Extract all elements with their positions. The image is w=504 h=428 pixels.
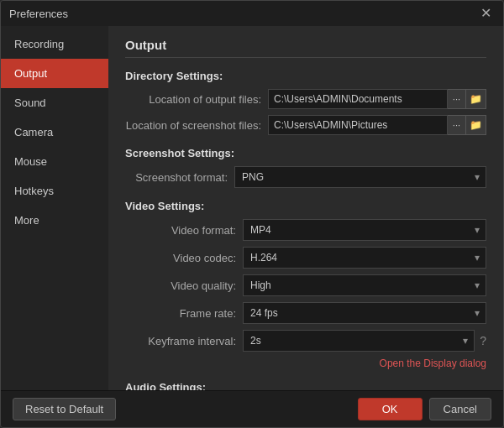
keyframe-help-icon[interactable]: ? [480, 334, 486, 347]
screenshot-format-row: Screenshot format: PNG [125, 166, 486, 188]
video-format-row: Video format: MP4 [125, 219, 486, 241]
output-folder-button[interactable]: 📁 [466, 89, 486, 109]
keyframe-select-wrap: 2s [243, 330, 475, 352]
video-quality-row: Video quality: High [125, 274, 486, 296]
video-settings-title: Video Settings: [125, 200, 486, 212]
video-codec-row: Video codec: H.264 [125, 247, 486, 269]
screenshot-files-label: Location of screenshot files: [125, 119, 268, 132]
footer: Reset to Default OK Cancel [1, 390, 503, 427]
main-content: Recording Output Sound Camera Mouse Hotk… [1, 26, 503, 390]
content-area: Output Directory Settings: Location of o… [108, 26, 503, 390]
video-format-select-wrap: MP4 [243, 219, 486, 241]
sidebar-item-sound[interactable]: Sound [1, 88, 108, 117]
frame-rate-label: Frame rate: [125, 307, 243, 320]
video-codec-select-wrap: H.264 [243, 247, 486, 269]
title-bar: Preferences ✕ [1, 1, 503, 26]
sidebar-item-hotkeys[interactable]: Hotkeys [1, 176, 108, 206]
reset-button[interactable]: Reset to Default [13, 398, 116, 420]
output-path-group: ··· 📁 [268, 89, 486, 109]
video-quality-select-wrap: High [243, 274, 486, 296]
output-dots-button[interactable]: ··· [448, 89, 466, 109]
display-dialog-link[interactable]: Open the Display dialog [125, 358, 486, 369]
sidebar-item-recording[interactable]: Recording [1, 29, 108, 59]
audio-settings-title: Audio Settings: [125, 381, 486, 390]
sidebar-item-mouse[interactable]: Mouse [1, 147, 108, 176]
frame-rate-select[interactable]: 24 fps [243, 302, 486, 324]
screenshot-folder-icon: 📁 [470, 119, 482, 131]
output-files-label: Location of output files: [125, 93, 268, 106]
output-files-row: Location of output files: ··· 📁 [125, 89, 486, 109]
screenshot-files-row: Location of screenshot files: ··· 📁 [125, 115, 486, 135]
screenshot-path-input[interactable] [268, 115, 448, 135]
video-codec-select[interactable]: H.264 [243, 247, 486, 269]
frame-rate-row: Frame rate: 24 fps [125, 302, 486, 324]
frame-rate-select-wrap: 24 fps [243, 302, 486, 324]
sidebar-item-output[interactable]: Output [1, 59, 108, 88]
keyframe-row: Keyframe interval: 2s ? [125, 330, 486, 352]
screenshot-folder-button[interactable]: 📁 [466, 115, 486, 135]
screenshot-path-group: ··· 📁 [268, 115, 486, 135]
preferences-window: Preferences ✕ Recording Output Sound Cam… [0, 0, 504, 428]
sidebar: Recording Output Sound Camera Mouse Hotk… [1, 26, 108, 390]
folder-icon: 📁 [470, 93, 482, 105]
cancel-button[interactable]: Cancel [429, 398, 491, 420]
screenshot-format-select-wrap: PNG [234, 166, 486, 188]
keyframe-select[interactable]: 2s [243, 330, 475, 352]
video-quality-select[interactable]: High [243, 274, 486, 296]
output-path-input[interactable] [268, 89, 448, 109]
footer-right: OK Cancel [358, 398, 491, 420]
video-codec-label: Video codec: [125, 252, 243, 264]
sidebar-item-camera[interactable]: Camera [1, 117, 108, 147]
ok-button[interactable]: OK [358, 398, 423, 420]
directory-settings-title: Directory Settings: [125, 70, 486, 82]
screenshot-format-select[interactable]: PNG [234, 166, 486, 188]
close-button[interactable]: ✕ [477, 5, 495, 22]
section-title: Output [125, 38, 486, 58]
video-quality-label: Video quality: [125, 279, 243, 292]
video-format-select[interactable]: MP4 [243, 219, 486, 241]
screenshot-format-label: Screenshot format: [125, 171, 234, 184]
window-title: Preferences [9, 8, 68, 20]
screenshot-settings-title: Screenshot Settings: [125, 147, 486, 159]
video-format-label: Video format: [125, 224, 243, 237]
keyframe-label: Keyframe interval: [125, 335, 243, 347]
screenshot-dots-button[interactable]: ··· [448, 115, 466, 135]
sidebar-item-more[interactable]: More [1, 206, 108, 235]
